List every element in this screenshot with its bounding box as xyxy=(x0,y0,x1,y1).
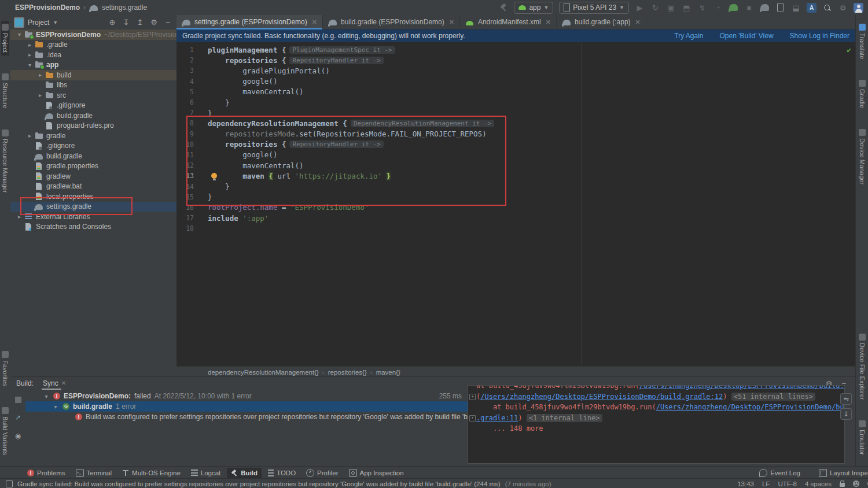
tree-item-espprovisiondemo[interactable]: ▾ESPProvisionDemo~/Desktop/ESPProvisionD… xyxy=(10,29,176,40)
tree-item-gradlew-bat[interactable]: gradlew.bat xyxy=(10,182,176,192)
chevron-icon[interactable]: ▾ xyxy=(15,31,24,38)
chevron-icon[interactable]: ▸ xyxy=(36,92,45,98)
tree-item-proguard-rules-pro[interactable]: proguard-rules.pro xyxy=(10,121,176,131)
code-line-17[interactable]: 17include ':app' xyxy=(176,213,855,223)
toolwindow-button-logcat[interactable]: Logcat xyxy=(187,468,225,478)
chevron-icon[interactable]: ▸ xyxy=(15,213,24,220)
settings-gear-icon[interactable]: ⚙ xyxy=(838,3,848,13)
chevron-icon[interactable]: ▸ xyxy=(25,42,34,48)
build-tree-file-row[interactable]: ▾ G build.gradle 1 error xyxy=(25,401,468,412)
tool-strip-item-device-manager[interactable]: Device Manager xyxy=(858,126,866,187)
build-console-output[interactable]: at build_458jfuv9wo4flm29btvdw19bg.run(/… xyxy=(468,385,845,464)
tab-build-gradle-app-[interactable]: build.gradle (:app)✕ xyxy=(557,15,646,29)
toolwindow-button-terminal[interactable]: Terminal xyxy=(72,468,116,478)
code-line-5[interactable]: 5 mavenCentral() xyxy=(176,87,855,97)
code-line-10[interactable]: 10 repositories {RepositoryHandler it -> xyxy=(176,139,855,150)
build-tab-sync[interactable]: Sync✕ xyxy=(42,378,67,389)
line-ending-indicator[interactable]: LF xyxy=(762,480,770,487)
tab-build-gradle-espprovisiondemo-[interactable]: build.gradle (ESPProvisionDemo)✕ xyxy=(323,15,460,29)
tool-strip-item-gradle[interactable]: Gradle xyxy=(858,77,866,111)
toolwindow-button-profiler[interactable]: Profiler xyxy=(302,468,342,478)
tool-strip-item-structure[interactable]: Structure xyxy=(1,71,9,112)
collapse-all-icon[interactable]: ↥ xyxy=(135,18,145,27)
editor-breadcrumb-item[interactable]: maven{} xyxy=(376,369,400,376)
build-tree-root-row[interactable]: ▾ ! ESPProvisionDemo: failed At 2022/5/1… xyxy=(25,391,468,401)
debug-button[interactable]: ▣ xyxy=(666,3,676,13)
toolwindow-button-problems[interactable]: !Problems xyxy=(23,468,69,478)
code-line-15[interactable]: 15} xyxy=(176,192,855,202)
editor-breadcrumb-item[interactable]: dependencyResolutionManagement{} xyxy=(208,369,319,376)
tree-item-app[interactable]: ▾app xyxy=(10,60,176,71)
soft-wrap-icon[interactable]: ⇋ xyxy=(840,393,852,405)
translate-plugin-icon[interactable]: A xyxy=(807,3,816,13)
file-link[interactable]: /Users/zhangzheng/Desktop/ESPProvisionDe… xyxy=(656,403,845,411)
toolwindow-button-layout-inspector[interactable]: Layout Inspector xyxy=(815,468,868,478)
close-icon[interactable]: ✕ xyxy=(312,19,317,26)
file-link[interactable]: .gradle:11 xyxy=(476,414,518,422)
tree-item-build[interactable]: ▸build xyxy=(10,70,176,80)
project-view-selector[interactable]: Project xyxy=(28,19,49,27)
tree-item-src[interactable]: ▸src xyxy=(10,90,176,101)
chevron-icon[interactable]: ▸ xyxy=(25,132,34,139)
code-line-2[interactable]: 2 repositories {RepositoryHandler it -> xyxy=(176,55,855,65)
run-configuration-select[interactable]: app ▼ xyxy=(514,2,553,14)
chevron-down-icon[interactable]: ▼ xyxy=(53,20,58,25)
device-select[interactable]: Pixel 5 API 23 ▼ xyxy=(559,2,629,14)
tool-strip-item-build-variants[interactable]: Build Variants xyxy=(1,404,9,458)
banner-action-try-again[interactable]: Try Again xyxy=(674,32,703,40)
close-icon[interactable]: ✕ xyxy=(61,380,66,386)
toolwindow-button-multi-os-engine[interactable]: Multi-OS Engine xyxy=(118,468,185,478)
run-button[interactable]: ▶ xyxy=(635,3,645,13)
apply-changes-icon[interactable]: ↻ xyxy=(650,3,660,13)
fold-expand-icon[interactable]: + xyxy=(469,415,476,422)
code-line-11[interactable]: 11 google() xyxy=(176,150,855,160)
tree-item--gitignore[interactable]: .gitignore xyxy=(10,101,176,111)
search-everywhere-icon[interactable] xyxy=(822,3,832,13)
close-icon[interactable]: ✕ xyxy=(546,19,551,26)
tool-strip-item-project[interactable]: Project xyxy=(1,21,9,56)
chevron-icon[interactable]: ▾ xyxy=(25,62,34,68)
console-line[interactable]: ... 148 more xyxy=(468,423,844,434)
tool-strip-item-resource-manager[interactable]: Resource Manager xyxy=(1,127,9,196)
tab-settings-gradle-espprovisiondemo-[interactable]: settings.gradle (ESPProvisionDemo)✕ xyxy=(176,15,323,29)
tree-item-gradle-properties[interactable]: gradle.properties xyxy=(10,161,176,172)
code-line-4[interactable]: 4 google() xyxy=(176,76,855,87)
tree-item--gitignore[interactable]: .gitignore xyxy=(10,141,176,151)
readonly-lock-icon[interactable] xyxy=(840,483,845,487)
toolwindow-button-event-log[interactable]: Event Log xyxy=(755,468,804,478)
tool-strip-item-translate[interactable]: Translate xyxy=(858,21,866,62)
console-line[interactable]: at build_458jfuv9wo4flm29btvdw19bg.run(/… xyxy=(468,402,844,413)
fold-expand-icon[interactable]: + xyxy=(469,394,476,400)
sdk-manager-icon[interactable]: ⬓ xyxy=(791,3,801,13)
attach-debugger-icon[interactable]: ↯ xyxy=(697,3,707,13)
code-line-9[interactable]: 9 repositoriesMode.set(RepositoriesMode.… xyxy=(176,129,855,139)
encoding-indicator[interactable]: UTF-8 xyxy=(778,480,797,487)
close-icon[interactable]: ✕ xyxy=(635,19,641,26)
code-line-8[interactable]: 8dependencyResolutionManagement {Depende… xyxy=(176,118,855,128)
profile-app-icon[interactable]: ◔ xyxy=(713,3,723,13)
banner-action-show-log-in-finder[interactable]: Show Log in Finder xyxy=(790,32,849,40)
tree-item-settings-gradle[interactable]: settings.gradle xyxy=(10,202,176,212)
console-line[interactable]: +(/Users/zhangzheng/Desktop/ESPProvision… xyxy=(468,391,844,402)
breadcrumb-project[interactable]: ESPProvisionDemo xyxy=(15,3,80,12)
tree-item-external-libraries[interactable]: ▸External Libraries xyxy=(10,212,176,222)
tree-item-libs[interactable]: libs xyxy=(10,80,176,91)
code-line-1[interactable]: 1pluginManagement {PluginManagementSpec … xyxy=(176,45,855,55)
stop-build-icon[interactable] xyxy=(15,397,21,403)
tree-item-local-properties[interactable]: local.properties xyxy=(10,191,176,202)
chevron-icon[interactable]: ▸ xyxy=(25,51,34,58)
code-line-18[interactable]: 18 xyxy=(176,223,855,234)
agp-upgrade-icon[interactable] xyxy=(760,3,770,13)
code-line-6[interactable]: 6 } xyxy=(176,97,855,108)
code-line-14[interactable]: 14 } xyxy=(176,181,855,191)
code-line-7[interactable]: 7} xyxy=(176,108,855,118)
build-tree-error-row[interactable]: ! Build was configured to prefer setting… xyxy=(25,412,468,422)
chevron-expanded-icon[interactable]: ▾ xyxy=(52,404,59,410)
banner-action-open-build-view[interactable]: Open 'Build' View xyxy=(720,32,774,40)
code-line-13[interactable]: 13 maven { url 'https://jitpack.io' } xyxy=(176,171,855,181)
tree-item--idea[interactable]: ▸.idea xyxy=(10,50,176,60)
code-line-12[interactable]: 12 mavenCentral() xyxy=(176,160,855,171)
expand-all-icon[interactable]: ↧ xyxy=(121,18,131,27)
editor-breadcrumb-item[interactable]: repositories{} xyxy=(328,369,367,376)
toolwindow-button-todo[interactable]: TODO xyxy=(264,468,300,478)
